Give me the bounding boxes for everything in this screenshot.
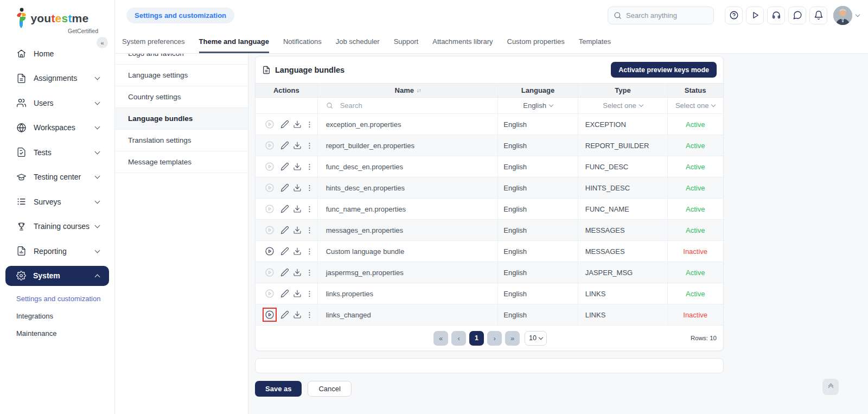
download-bundle-button[interactable] bbox=[293, 120, 302, 129]
more-actions-button[interactable] bbox=[305, 311, 314, 319]
support-button[interactable] bbox=[767, 7, 785, 24]
submenu-item-language-bundles[interactable]: Language bundles bbox=[115, 108, 248, 130]
tab-notifications[interactable]: Notifications bbox=[283, 30, 322, 53]
edit-bundle-button[interactable] bbox=[280, 183, 289, 192]
download-bundle-button[interactable] bbox=[293, 310, 302, 319]
edit-bundle-button[interactable] bbox=[280, 289, 289, 298]
activate-bundle-button[interactable] bbox=[265, 267, 275, 277]
edit-bundle-button[interactable] bbox=[280, 120, 289, 129]
more-actions-button[interactable] bbox=[305, 120, 314, 129]
download-bundle-button[interactable] bbox=[293, 162, 302, 171]
cancel-button[interactable]: Cancel bbox=[308, 381, 351, 397]
more-actions-button[interactable] bbox=[305, 247, 314, 256]
play-circle-icon bbox=[265, 119, 275, 129]
sidebar-item-reporting[interactable]: Reporting bbox=[0, 239, 114, 264]
run-button[interactable] bbox=[746, 7, 764, 24]
download-bundle-button[interactable] bbox=[293, 205, 302, 213]
pagination-prev-button[interactable]: ‹ bbox=[451, 331, 466, 346]
chevron-down-icon bbox=[95, 198, 100, 203]
more-actions-button[interactable] bbox=[305, 205, 314, 213]
download-bundle-button[interactable] bbox=[293, 247, 302, 256]
language-filter-select[interactable]: English bbox=[498, 98, 578, 113]
more-actions-button[interactable] bbox=[305, 290, 314, 298]
sidebar-link-integrations[interactable]: Integrations bbox=[0, 308, 114, 325]
sidebar-link-maintenance[interactable]: Maintenance bbox=[0, 325, 114, 342]
tab-support[interactable]: Support bbox=[394, 30, 419, 53]
sidebar-item-tests[interactable]: Tests bbox=[0, 140, 114, 165]
more-actions-button[interactable] bbox=[305, 184, 314, 192]
scroll-to-top-button[interactable] bbox=[822, 379, 839, 395]
activate-bundle-button[interactable] bbox=[265, 204, 275, 214]
tab-templates[interactable]: Templates bbox=[579, 30, 611, 53]
sort-icon[interactable]: ↓↑ bbox=[417, 87, 421, 93]
profile-menu[interactable] bbox=[833, 6, 859, 25]
submenu-item-message-templates[interactable]: Message templates bbox=[115, 151, 248, 173]
sidebar-collapse-button[interactable]: « bbox=[97, 37, 108, 48]
sidebar-item-testing-center[interactable]: Testing center bbox=[0, 165, 114, 190]
tab-custom-properties[interactable]: Custom properties bbox=[507, 30, 565, 53]
edit-bundle-button[interactable] bbox=[280, 162, 289, 171]
submenu-item-translation-settings[interactable]: Translation settings bbox=[115, 130, 248, 151]
download-bundle-button[interactable] bbox=[293, 183, 302, 192]
activate-bundle-button[interactable] bbox=[265, 289, 275, 298]
activate-bundle-button[interactable] bbox=[265, 119, 275, 129]
tab-system-preferences[interactable]: System preferences bbox=[122, 30, 185, 53]
submenu-item-language-settings[interactable]: Language settings bbox=[115, 65, 248, 86]
page-size-select[interactable]: 10 bbox=[525, 331, 547, 346]
more-actions-button[interactable] bbox=[305, 142, 314, 150]
name-filter-input[interactable] bbox=[340, 101, 477, 110]
more-actions-button[interactable] bbox=[305, 163, 314, 171]
row-actions bbox=[256, 114, 318, 135]
activate-bundle-button[interactable] bbox=[265, 310, 275, 320]
submenu-item-country-settings[interactable]: Country settings bbox=[115, 86, 248, 108]
chat-button[interactable] bbox=[788, 7, 806, 24]
sidebar-item-training-courses[interactable]: Training courses bbox=[0, 214, 114, 239]
search-input[interactable] bbox=[626, 11, 708, 20]
sidebar-item-assignments[interactable]: Assignments bbox=[0, 66, 114, 91]
more-actions-button[interactable] bbox=[305, 226, 314, 234]
sidebar-item-surveys[interactable]: Surveys bbox=[0, 189, 114, 214]
download-bundle-button[interactable] bbox=[293, 226, 302, 234]
edit-bundle-button[interactable] bbox=[280, 268, 289, 277]
sidebar-link-settings-and-customization[interactable]: Settings and customization bbox=[0, 290, 114, 308]
kebab-menu-icon bbox=[305, 120, 314, 129]
edit-bundle-button[interactable] bbox=[280, 226, 289, 234]
save-as-button[interactable]: Save as bbox=[255, 381, 302, 397]
sidebar: youtestme GetCertified « Home Assignment… bbox=[0, 0, 115, 414]
activate-preview-keys-button[interactable]: Activate preview keys mode bbox=[611, 62, 717, 78]
status-filter-select[interactable]: Select one bbox=[668, 98, 723, 113]
tab-job-scheduler[interactable]: Job scheduler bbox=[336, 30, 380, 53]
pagination-last-button[interactable]: » bbox=[505, 331, 520, 346]
edit-bundle-button[interactable] bbox=[280, 247, 289, 256]
edit-bundle-button[interactable] bbox=[280, 310, 289, 319]
pagination-next-button[interactable]: › bbox=[487, 331, 502, 346]
download-bundle-button[interactable] bbox=[293, 268, 302, 277]
pagination-page-1-button[interactable]: 1 bbox=[469, 331, 484, 346]
notifications-button[interactable] bbox=[809, 7, 827, 24]
breadcrumb[interactable]: Settings and customization bbox=[126, 8, 234, 23]
more-actions-button[interactable] bbox=[305, 269, 314, 277]
submenu-item-logo-and-favicon[interactable]: Logo and favicon bbox=[115, 54, 248, 65]
activate-bundle-button[interactable] bbox=[265, 225, 275, 235]
tab-theme-and-language[interactable]: Theme and language bbox=[199, 30, 269, 53]
edit-bundle-button[interactable] bbox=[280, 205, 289, 213]
type-filter-select[interactable]: Select one bbox=[578, 98, 668, 113]
activate-bundle-button[interactable] bbox=[265, 141, 275, 150]
download-icon bbox=[293, 226, 302, 234]
column-header-name[interactable]: Name ↓↑ bbox=[318, 84, 499, 97]
pagination-first-button[interactable]: « bbox=[433, 331, 448, 346]
download-bundle-button[interactable] bbox=[293, 141, 302, 150]
run-icon bbox=[750, 10, 760, 20]
help-button[interactable] bbox=[725, 7, 743, 24]
activate-bundle-button[interactable] bbox=[265, 183, 275, 193]
edit-bundle-button[interactable] bbox=[280, 141, 289, 150]
activate-bundle-button[interactable] bbox=[265, 162, 275, 171]
bundle-name-input[interactable] bbox=[255, 358, 724, 373]
activate-bundle-button[interactable] bbox=[265, 246, 275, 256]
sidebar-item-workspaces[interactable]: Workspaces bbox=[0, 116, 114, 141]
row-actions bbox=[256, 304, 318, 325]
download-bundle-button[interactable] bbox=[293, 289, 302, 298]
sidebar-item-users[interactable]: Users bbox=[0, 91, 114, 116]
sidebar-item-system[interactable]: System bbox=[5, 266, 109, 286]
tab-attachments-library[interactable]: Attachments library bbox=[432, 30, 493, 53]
